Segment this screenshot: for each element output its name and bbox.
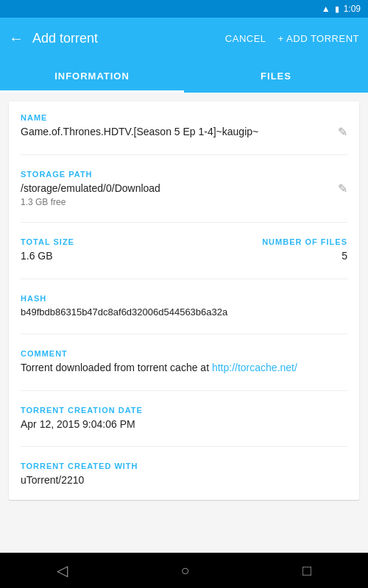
back-button[interactable]: ← (9, 30, 24, 47)
comment-field: COMMENT Torrent downloaded from torrent … (21, 349, 347, 376)
hash-field: HASH b49fbdb86315b47dc8af6d32006d544563b… (21, 294, 347, 319)
comment-link[interactable]: http://torcache.net/ (212, 362, 297, 373)
creation-date-label: TORRENT CREATION DATE (21, 406, 347, 415)
page-title: Add torrent (32, 31, 225, 46)
creation-date-field: TORRENT CREATION DATE Apr 12, 2015 9:04:… (21, 406, 347, 432)
created-with-label: TORRENT CREATED WITH (21, 462, 347, 470)
divider-1 (21, 154, 347, 155)
storage-path-label: STORAGE PATH (21, 170, 347, 179)
comment-label: COMMENT (21, 349, 347, 358)
name-field: NAME Game.of.Thrones.HDTV.[Season 5 Ep 1… (21, 113, 347, 140)
wifi-icon: ▲ (322, 4, 330, 14)
tab-files-label: FILES (261, 71, 291, 82)
name-label: NAME (21, 113, 347, 122)
info-card: NAME Game.of.Thrones.HDTV.[Season 5 Ep 1… (9, 101, 359, 500)
nav-back-button[interactable]: ◁ (57, 562, 68, 579)
divider-5 (21, 390, 347, 391)
nav-home-button[interactable]: ○ (180, 562, 189, 579)
battery-icon: ▮ (335, 4, 339, 14)
cancel-button[interactable]: CANCEL (225, 33, 266, 44)
add-torrent-button[interactable]: + ADD TORRENT (278, 33, 359, 44)
storage-path-value: /storage/emulated/0/Download (21, 182, 160, 196)
divider-3 (21, 279, 347, 279)
comment-prefix: Torrent downloaded from torrent cache at (21, 362, 212, 373)
number-of-files-value: 5 (262, 249, 347, 264)
number-of-files-label: NUMBER OF FILES (262, 237, 347, 246)
storage-path-field: STORAGE PATH /storage/emulated/0/Downloa… (21, 170, 347, 208)
storage-path-sub: 1.3 GB free (21, 197, 160, 207)
nav-recent-button[interactable]: □ (302, 562, 311, 579)
hash-label: HASH (21, 294, 347, 303)
status-time: 1:09 (344, 4, 361, 14)
comment-value: Torrent downloaded from torrent cache at… (21, 361, 347, 376)
tab-information[interactable]: INFORMATION (0, 59, 184, 93)
created-with-field: TORRENT CREATED WITH uTorrent/2210 (21, 462, 347, 488)
divider-4 (21, 334, 347, 334)
content-area: NAME Game.of.Thrones.HDTV.[Season 5 Ep 1… (0, 93, 368, 553)
creation-date-value: Apr 12, 2015 9:04:06 PM (21, 417, 347, 432)
storage-path-edit-icon[interactable]: ✎ (338, 182, 347, 196)
size-files-field: TOTAL SIZE 1.6 GB NUMBER OF FILES 5 (21, 237, 347, 264)
app-bar: ← Add torrent CANCEL + ADD TORRENT (0, 18, 368, 59)
created-with-value: uTorrent/2210 (21, 473, 347, 488)
status-bar: ▲ ▮ 1:09 (0, 0, 368, 18)
bottom-nav: ◁ ○ □ (0, 553, 368, 588)
name-edit-icon[interactable]: ✎ (338, 125, 347, 139)
hash-value: b49fbdb86315b47dc8af6d32006d544563b6a32a (21, 306, 347, 319)
app-bar-actions: CANCEL + ADD TORRENT (225, 33, 359, 44)
tab-bar: INFORMATION FILES (0, 59, 368, 93)
tab-information-label: INFORMATION (54, 71, 130, 82)
total-size-label: TOTAL SIZE (21, 237, 74, 246)
divider-6 (21, 446, 347, 447)
total-size-value: 1.6 GB (21, 249, 74, 264)
divider-2 (21, 222, 347, 223)
name-value: Game.of.Thrones.HDTV.[Season 5 Ep 1-4]~k… (21, 125, 258, 140)
tab-files[interactable]: FILES (184, 59, 368, 93)
